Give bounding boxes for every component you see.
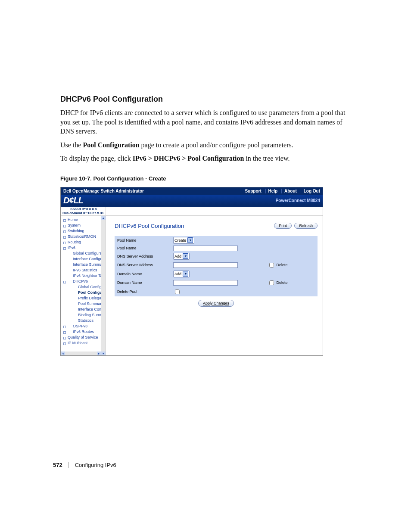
app-title: Dell OpenManage Switch Administrator [63, 189, 144, 193]
link-help[interactable]: Help [265, 189, 278, 193]
tree-item-pool-summary[interactable]: Pool Summary [63, 301, 104, 307]
scroll-right-icon[interactable]: ▸ [97, 352, 101, 356]
lbl-dns-addr2: DNS Server Address [115, 261, 171, 270]
lbl-domain: Domain Name [115, 270, 171, 278]
tree-vscrollbar[interactable]: ▴ ▾ [101, 216, 106, 356]
para2-b-bold: Pool Configuration [83, 141, 139, 149]
lbl-delete-domain: Delete [277, 280, 288, 285]
nav-tree: HomeSystemSwitchingStatistics/RMONRoutin… [61, 216, 106, 356]
tree-item-prefix-delegation-c[interactable]: Prefix Delegation C [63, 296, 104, 301]
checkbox-delete-dns[interactable] [269, 263, 274, 268]
scroll-left-icon[interactable]: ◂ [61, 352, 65, 356]
tree-item-routing[interactable]: Routing [63, 240, 104, 245]
scroll-up-icon[interactable]: ▴ [101, 216, 106, 220]
para2-a: Use the [60, 141, 83, 149]
screenshot-frame: Dell OpenManage Switch Administrator Sup… [60, 187, 323, 356]
scroll-down-icon[interactable]: ▾ [101, 352, 106, 356]
paragraph-1: DHCP for IPv6 clients are connected to a… [60, 108, 353, 136]
chapter-name: Configuring IPv6 [75, 462, 116, 468]
page-number: 572 [53, 462, 62, 468]
page-footer: 572 Configuring IPv6 [53, 462, 116, 468]
tree-item-switching[interactable]: Switching [63, 228, 104, 234]
oob-ip: Out-of-band IP:10.27.5.31 [61, 212, 106, 215]
link-logout[interactable]: Log Out [301, 189, 320, 193]
print-button[interactable]: Print [274, 223, 292, 229]
para3-a: To display the page, click [60, 155, 133, 162]
tree-item-global-configuration[interactable]: Global Configuration [63, 251, 104, 256]
paragraph-3: To display the page, click IPv6 > DHCPv6… [60, 154, 353, 163]
tree-item-dhcpv6[interactable]: DHCPv6 [63, 279, 104, 284]
main-panel: DHCPv6 Pool Configuration Print Refresh … [106, 216, 323, 356]
apply-changes-button[interactable]: Apply Changes [198, 300, 234, 307]
section-heading: DHCPv6 Pool Configuration [60, 95, 353, 104]
tree-item-ip-multicast[interactable]: IP Multicast [63, 340, 104, 346]
paragraph-2: Use the Pool Configuration page to creat… [60, 140, 353, 150]
tree-item-statistics-rmon[interactable]: Statistics/RMON [63, 234, 104, 240]
tree-item-interface-summary[interactable]: Interface Summary [63, 262, 104, 268]
para3-b-bold: IPv6 > DHCPv6 > Pool Configuration [133, 155, 244, 162]
tree-item-interface-configura[interactable]: Interface Configura [63, 307, 104, 312]
device-model: PowerConnect M8024 [276, 198, 320, 203]
app-topbar: Dell OpenManage Switch Administrator Sup… [61, 187, 323, 195]
tree-item-system[interactable]: System [63, 223, 104, 228]
lbl-delete-dns: Delete [277, 263, 288, 267]
checkbox-delete-pool[interactable] [175, 289, 180, 294]
top-links: Support Help About Log Out [240, 189, 320, 193]
para2-c: page to create a pool and/or configure p… [140, 141, 293, 149]
tree-item-statistics[interactable]: Statistics [63, 318, 104, 324]
ip-box: Inband IP:0.0.0.0 Out-of-band IP:10.27.5… [61, 207, 106, 215]
dell-logo: D¢LL [63, 196, 83, 205]
para3-c: in the tree view. [244, 155, 290, 162]
page-heading: DHCPv6 Pool Configuration [115, 223, 184, 229]
link-about[interactable]: About [281, 189, 297, 193]
lbl-domain2: Domain Name [115, 278, 171, 287]
link-support[interactable]: Support [242, 189, 261, 193]
tree-item-ipv6-neighbor-table[interactable]: IPv6 Neighbor Table [63, 273, 104, 279]
input-pool-name[interactable] [173, 246, 238, 251]
tree-item-quality-of-service[interactable]: Quality of Service [63, 335, 104, 340]
chevron-down-icon: ▾ [183, 253, 188, 259]
chevron-down-icon: ▾ [183, 271, 188, 277]
tree-item-home[interactable]: Home [63, 217, 104, 223]
lbl-delete-pool: Delete Pool [115, 287, 171, 296]
tree-item-ospfv3[interactable]: OSPFv3 [63, 324, 104, 329]
select-domain-value: Add [174, 272, 181, 276]
input-dns-addr[interactable] [173, 262, 238, 268]
lbl-dns-addr: DNS Server Address [115, 252, 171, 261]
select-domain[interactable]: Add ▾ [173, 271, 190, 277]
select-dns-addr-value: Add [174, 254, 181, 258]
tree-hscrollbar[interactable]: ◂ ▸ [61, 352, 101, 356]
input-domain[interactable] [173, 280, 238, 286]
select-pool-name-value: Create [174, 238, 186, 243]
figure-caption: Figure 10-7. Pool Configuration - Create [60, 175, 353, 182]
tree-item-binding-summary[interactable]: Binding Summary [63, 312, 104, 318]
checkbox-delete-domain[interactable] [269, 280, 274, 285]
tree-item-ipv6[interactable]: IPv6 [63, 245, 104, 251]
ip-row: Inband IP:0.0.0.0 Out-of-band IP:10.27.5… [61, 207, 323, 216]
tree-item-pool-configuratio[interactable]: Pool Configuratio [63, 290, 104, 296]
tree-item-ipv6-statistics[interactable]: IPv6 Statistics [63, 268, 104, 273]
tree-item-global-configuratio[interactable]: Global Configuratio [63, 284, 104, 290]
select-dns-addr[interactable]: Add ▾ [173, 253, 190, 260]
tree-item-interface-configuratio[interactable]: Interface Configuratio [63, 256, 104, 262]
footer-separator [68, 462, 69, 468]
chevron-down-icon: ▾ [187, 237, 193, 243]
lbl-pool-name: Pool Name [115, 236, 171, 245]
select-pool-name[interactable]: Create ▾ [173, 237, 194, 244]
lbl-pool-name2: Pool Name [115, 245, 171, 252]
tree-item-ipv6-routes[interactable]: IPv6 Routes [63, 329, 104, 335]
refresh-button[interactable]: Refresh [294, 223, 318, 229]
brand-row: D¢LL PowerConnect M8024 [61, 195, 323, 207]
config-form: Pool Name Create ▾ Pool Name DN [115, 236, 318, 296]
